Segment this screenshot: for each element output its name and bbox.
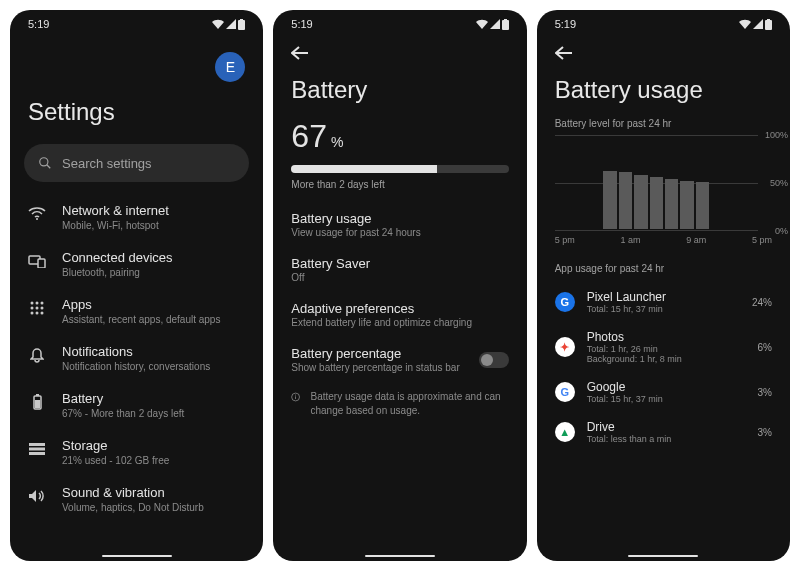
- svg-point-14: [36, 312, 39, 315]
- back-button[interactable]: [537, 38, 790, 68]
- app-icon: G: [555, 292, 575, 312]
- signal-icon: [226, 19, 236, 29]
- nav-handle[interactable]: [102, 555, 172, 557]
- svg-point-11: [36, 307, 39, 310]
- search-icon: [38, 156, 52, 170]
- toggle-switch[interactable]: [479, 352, 509, 368]
- battery-bar-fill: [291, 165, 437, 173]
- battery-chart: 100% 50% 0%: [555, 135, 758, 231]
- adaptive-row[interactable]: Adaptive preferences Extend battery life…: [273, 292, 526, 337]
- item-label: Notifications: [62, 344, 245, 359]
- storage-icon: [28, 440, 46, 458]
- app-sub: Total: less than a min: [587, 434, 746, 444]
- app-sub: Total: 15 hr, 37 min: [587, 304, 740, 314]
- settings-item-sound[interactable]: Sound & vibrationVolume, haptics, Do Not…: [10, 476, 263, 523]
- svg-point-13: [31, 312, 34, 315]
- chart-x-axis: 5 pm 1 am 9 am 5 pm: [537, 231, 790, 257]
- item-label: Sound & vibration: [62, 485, 245, 500]
- status-time: 5:19: [28, 18, 49, 30]
- arrow-left-icon: [555, 46, 573, 60]
- battery-icon: [28, 393, 46, 411]
- app-row[interactable]: ✦PhotosTotal: 1 hr, 26 min Background: 1…: [537, 322, 790, 372]
- nav-handle[interactable]: [628, 555, 698, 557]
- status-indicators: [212, 19, 245, 30]
- battery-usage-row[interactable]: Battery usage View usage for past 24 hou…: [273, 202, 526, 247]
- svg-point-8: [36, 302, 39, 305]
- svg-point-10: [31, 307, 34, 310]
- pct-value: 67: [291, 118, 327, 155]
- app-name: Photos: [587, 330, 746, 344]
- info-row: Battery usage data is approximate and ca…: [273, 382, 526, 426]
- profile-avatar[interactable]: E: [215, 52, 245, 82]
- x-tick: 9 am: [686, 235, 706, 245]
- app-name: Pixel Launcher: [587, 290, 740, 304]
- svg-rect-1: [240, 19, 243, 20]
- sound-icon: [28, 487, 46, 505]
- chart-bar: [619, 172, 632, 229]
- x-tick: 5 pm: [555, 235, 575, 245]
- settings-screen: 5:19 E Settings Search settings Network …: [10, 10, 263, 561]
- item-sub: Volume, haptics, Do Not Disturb: [62, 501, 245, 514]
- app-sub: Total: 15 hr, 37 min: [587, 394, 746, 404]
- svg-rect-20: [29, 448, 45, 451]
- app-row[interactable]: ▲DriveTotal: less than a min3%: [537, 412, 790, 452]
- row-label: Adaptive preferences: [291, 301, 508, 316]
- svg-rect-28: [767, 19, 770, 20]
- row-label: Battery usage: [291, 211, 508, 226]
- app-sub: Total: 1 hr, 26 min Background: 1 hr, 8 …: [587, 344, 746, 364]
- settings-list: Network & internetMobile, Wi-Fi, hotspot…: [10, 194, 263, 561]
- battery-icon: [502, 19, 509, 30]
- item-sub: Mobile, Wi-Fi, hotspot: [62, 219, 245, 232]
- app-icon: ▲: [555, 422, 575, 442]
- nav-handle[interactable]: [365, 555, 435, 557]
- status-time: 5:19: [291, 18, 312, 30]
- app-name: Google: [587, 380, 746, 394]
- svg-line-3: [47, 165, 51, 169]
- svg-point-4: [36, 218, 38, 220]
- wifi-icon: [212, 19, 224, 29]
- status-bar: 5:19: [273, 10, 526, 38]
- item-label: Storage: [62, 438, 245, 453]
- battery-bar: [291, 165, 508, 173]
- page-title: Battery: [273, 68, 526, 118]
- chart-y-label: 50%: [770, 178, 788, 188]
- item-sub: Bluetooth, pairing: [62, 266, 245, 279]
- chart-bar: [680, 181, 693, 229]
- svg-point-25: [295, 395, 296, 396]
- item-label: Connected devices: [62, 250, 245, 265]
- app-list: GPixel LauncherTotal: 15 hr, 37 min24%✦P…: [537, 282, 790, 452]
- svg-point-15: [41, 312, 44, 315]
- signal-icon: [753, 19, 763, 29]
- page-title: Settings: [10, 82, 263, 144]
- app-row[interactable]: GPixel LauncherTotal: 15 hr, 37 min24%: [537, 282, 790, 322]
- search-input[interactable]: Search settings: [24, 144, 249, 182]
- chart-y-label: 100%: [765, 130, 788, 140]
- chart-y-label: 0%: [775, 226, 788, 236]
- back-button[interactable]: [273, 38, 526, 68]
- wifi-icon: [739, 19, 751, 29]
- status-time: 5:19: [555, 18, 576, 30]
- svg-rect-23: [504, 19, 507, 20]
- settings-item-storage[interactable]: Storage21% used - 102 GB free: [10, 429, 263, 476]
- chart-bar: [650, 177, 663, 229]
- info-icon: [291, 390, 300, 404]
- svg-point-2: [40, 158, 48, 166]
- settings-item-network[interactable]: Network & internetMobile, Wi-Fi, hotspot: [10, 194, 263, 241]
- item-sub: Notification history, conversations: [62, 360, 245, 373]
- x-tick: 5 pm: [752, 235, 772, 245]
- settings-item-battery[interactable]: Battery67% - More than 2 days left: [10, 382, 263, 429]
- app-name: Drive: [587, 420, 746, 434]
- settings-item-notifications[interactable]: NotificationsNotification history, conve…: [10, 335, 263, 382]
- item-sub: 21% used - 102 GB free: [62, 454, 245, 467]
- app-icon: G: [555, 382, 575, 402]
- app-row[interactable]: GGoogleTotal: 15 hr, 37 min3%: [537, 372, 790, 412]
- settings-item-apps[interactable]: AppsAssistant, recent apps, default apps: [10, 288, 263, 335]
- battery-saver-row[interactable]: Battery Saver Off: [273, 247, 526, 292]
- battery-icon: [238, 19, 245, 30]
- battery-percentage-toggle-row[interactable]: Battery percentage Show battery percenta…: [273, 337, 526, 382]
- settings-item-connected[interactable]: Connected devicesBluetooth, pairing: [10, 241, 263, 288]
- search-placeholder: Search settings: [62, 156, 152, 171]
- svg-rect-26: [296, 396, 297, 399]
- svg-point-12: [41, 307, 44, 310]
- devices-icon: [28, 252, 46, 270]
